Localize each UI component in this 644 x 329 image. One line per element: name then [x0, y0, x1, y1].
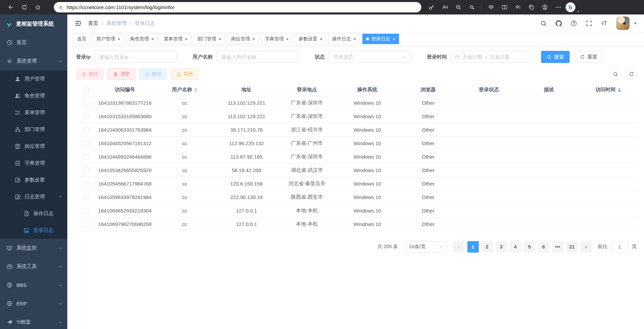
pager-page-2[interactable]: 2 — [481, 241, 493, 253]
sidebar-item-bbs[interactable]: BBS — [0, 276, 67, 294]
tab-login-log[interactable]: 登录日志× — [362, 34, 399, 44]
pager-page-3[interactable]: 3 — [496, 241, 507, 253]
breadcrumb-item[interactable]: 首页 — [88, 20, 98, 27]
select-all-checkbox[interactable] — [83, 88, 89, 93]
browser-profile-icon[interactable] — [539, 2, 551, 13]
close-tab-icon[interactable]: × — [393, 37, 395, 41]
browser-essentials-icon[interactable] — [485, 2, 497, 13]
row-checkbox[interactable] — [83, 100, 89, 106]
row-checkbox[interactable] — [83, 127, 89, 133]
tab-post-mgmt[interactable]: 岗位管理× — [227, 34, 259, 44]
status-select[interactable]: 登录状态 — [329, 51, 411, 63]
pager-page-5[interactable]: 5 — [524, 241, 535, 253]
prev-page-button[interactable]: ‹ — [453, 241, 465, 253]
zoom-out-icon[interactable] — [452, 2, 464, 13]
delete-button[interactable]: 删除 — [76, 68, 104, 80]
export-button[interactable]: 导出 — [171, 68, 199, 80]
sidebar-item-post-mgmt[interactable]: 岗位管理 — [0, 138, 67, 155]
tab-dept-mgmt[interactable]: 部门管理× — [194, 34, 225, 44]
sidebar-item-sys-tools[interactable]: 系统工具 — [0, 257, 67, 276]
close-tab-icon[interactable]: × — [286, 37, 289, 41]
tab-param-settings[interactable]: 参数设置× — [295, 34, 326, 44]
login-ip-input[interactable] — [95, 51, 177, 63]
font-size-icon[interactable] — [601, 20, 607, 27]
user-name-input[interactable] — [217, 51, 299, 63]
sidebar-item-user-mgmt[interactable]: 用户管理 — [0, 70, 67, 87]
goto-page-input[interactable] — [611, 241, 629, 253]
tab-home[interactable]: 首页 — [73, 34, 90, 44]
row-checkbox[interactable] — [83, 195, 89, 200]
sidebar-item-dept-mgmt[interactable]: 部门管理 — [0, 121, 67, 138]
date-range-picker[interactable]: 开始日期 - 结束日期 — [451, 51, 528, 63]
close-tab-icon[interactable]: × — [117, 37, 120, 41]
sidebar-logo[interactable]: 意框架管理系统 — [0, 14, 67, 33]
row-checkbox[interactable] — [83, 168, 89, 173]
sidebar-item-log-mgmt[interactable]: 日志管理 — [0, 188, 67, 205]
close-tab-icon[interactable]: × — [252, 37, 255, 41]
pager-page-6[interactable]: 6 — [538, 241, 549, 253]
breadcrumb-item[interactable]: 系统管理 — [106, 20, 127, 27]
page-size-select[interactable]: 10条/页 — [405, 241, 446, 253]
close-tab-icon[interactable]: × — [185, 37, 187, 41]
clear-button[interactable]: 清空 — [108, 68, 135, 80]
help-icon[interactable] — [571, 20, 577, 27]
sidebar-item-system-mgmt[interactable]: 系统管理 — [0, 52, 67, 70]
next-page-button[interactable]: › — [580, 241, 592, 253]
sidebar-item-param-settings[interactable]: 参数设置 — [0, 171, 67, 188]
header-search-icon[interactable] — [540, 20, 547, 27]
col-time[interactable]: 访问时间 — [578, 84, 638, 96]
collapse-sidebar-icon[interactable] — [75, 20, 81, 27]
tab-role-mgmt[interactable]: 角色管理× — [126, 34, 157, 44]
browser-more-icon[interactable] — [552, 2, 564, 13]
favorites-bar-icon[interactable] — [512, 2, 524, 13]
collections-icon[interactable] — [525, 2, 537, 13]
split-screen-icon[interactable] — [498, 2, 510, 13]
bing-copilot-icon[interactable]: b — [566, 2, 575, 12]
pager-page-4[interactable]: 4 — [510, 241, 521, 253]
tab-dict-mgmt[interactable]: 字典管理× — [261, 34, 292, 44]
col-user[interactable]: 用户名称 — [153, 84, 216, 96]
refresh-table-button[interactable] — [626, 68, 637, 80]
tab-menu-mgmt[interactable]: 菜单管理× — [160, 34, 191, 44]
pager-more[interactable]: ••• — [552, 241, 564, 253]
sidebar-item-dict-mgmt[interactable]: 字典管理 — [0, 155, 67, 171]
close-tab-icon[interactable]: × — [353, 37, 356, 41]
browser-caret-icon[interactable]: ▾ — [577, 9, 579, 13]
unlock-button[interactable]: 解锁 — [139, 68, 167, 80]
avatar-caret-icon[interactable]: ▼ — [634, 21, 637, 25]
sidebar-item-home[interactable]: 首页 — [0, 33, 67, 52]
row-checkbox[interactable] — [83, 141, 89, 146]
avatar[interactable] — [616, 17, 630, 30]
browser-home-icon[interactable] — [32, 2, 44, 13]
row-checkbox[interactable] — [83, 208, 89, 213]
row-checkbox[interactable] — [83, 154, 89, 160]
close-tab-icon[interactable]: × — [219, 37, 221, 41]
tab-operation-log[interactable]: 操作日志× — [328, 34, 360, 44]
show-search-button[interactable] — [610, 68, 621, 80]
github-icon[interactable] — [556, 20, 562, 27]
row-checkbox[interactable] — [83, 181, 89, 187]
add-favorite-icon[interactable] — [466, 2, 478, 13]
browser-reload-icon[interactable] — [18, 2, 30, 13]
search-button[interactable]: 搜索 — [541, 51, 570, 63]
pager-page-21[interactable]: 21 — [566, 241, 578, 253]
row-checkbox[interactable] — [83, 114, 89, 119]
fullscreen-icon[interactable] — [586, 20, 592, 27]
password-key-icon[interactable] — [425, 2, 437, 13]
close-tab-icon[interactable]: × — [151, 37, 154, 41]
sidebar-item-erp[interactable]: ERP — [0, 294, 67, 313]
sidebar-item-sys-monitor[interactable]: 系统监控 — [0, 239, 67, 257]
tab-user-mgmt[interactable]: 用户管理× — [93, 34, 124, 44]
row-checkbox[interactable] — [83, 222, 89, 227]
read-aloud-icon[interactable] — [439, 2, 451, 13]
sidebar-item-operation-log[interactable]: 操作日志 — [0, 205, 67, 222]
sidebar-item-yi-framework[interactable]: Yi框架 — [0, 313, 67, 329]
sidebar-item-login-log[interactable]: 登录日志 — [0, 222, 67, 239]
sidebar-item-menu-mgmt[interactable]: 菜单管理 — [0, 104, 67, 121]
sidebar-item-role-mgmt[interactable]: 角色管理 — [0, 87, 67, 104]
browser-back-icon[interactable] — [5, 2, 17, 13]
close-tab-icon[interactable]: × — [320, 37, 322, 41]
pager-page-1[interactable]: 1 — [467, 241, 479, 253]
address-bar[interactable]: https://ccnetcore.com:1101/system/log/lo… — [54, 2, 421, 12]
reset-button[interactable]: 重置 — [575, 51, 602, 63]
